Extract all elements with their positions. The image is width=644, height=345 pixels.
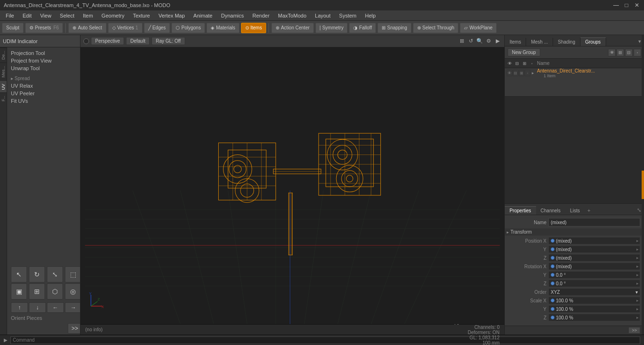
menu-texture[interactable]: Texture — [129, 12, 154, 19]
groups-icon-2[interactable]: ⊞ — [617, 49, 624, 56]
side-tab-de[interactable]: De... — [0, 47, 7, 63]
minimize-button[interactable]: — — [613, 2, 619, 9]
edges-button[interactable]: ╱ Edges — [144, 23, 170, 33]
ray-gl-button[interactable]: Ray GL: Off — [152, 37, 185, 45]
tool-unwrap[interactable]: Unwrap Tool — [7, 64, 80, 72]
command-input[interactable] — [10, 336, 640, 344]
vp-icon-1[interactable]: ⊞ — [458, 37, 465, 45]
viewport-canvas[interactable]: X Y Z — [80, 47, 504, 324]
auto-select-button[interactable]: ⊕ Auto Select — [68, 23, 106, 33]
menu-dynamics[interactable]: Dynamics — [217, 12, 248, 19]
rot-z-value[interactable]: 0.0 ° ▸ — [548, 280, 640, 287]
view-mode-button[interactable]: Perspective — [91, 37, 124, 45]
tab-channels[interactable]: Channels — [536, 207, 565, 215]
items-button[interactable]: ⊙ Items — [241, 23, 266, 33]
vp-icon-5[interactable]: ▶ — [494, 37, 501, 45]
menu-item[interactable]: Item — [79, 12, 97, 19]
arrow-up[interactable]: ↑ — [11, 302, 28, 313]
pos-y-value[interactable]: (mixed) ▸ — [548, 245, 640, 253]
group-vis-icon[interactable]: ⊞ — [519, 70, 525, 76]
arrow-left[interactable]: ← — [47, 302, 64, 313]
vertices-button[interactable]: ◇ Vertices 1 — [108, 23, 143, 33]
tool-icon-scale[interactable]: ⤡ — [47, 266, 63, 282]
tool-projection[interactable]: Projection Tool — [7, 49, 80, 57]
scale-z-value[interactable]: 100.0 % ▸ — [548, 314, 640, 321]
more-button[interactable]: >> — [68, 323, 80, 334]
tab-mesh[interactable]: Mesh ... — [526, 38, 553, 46]
tab-add[interactable]: + — [584, 206, 593, 215]
group-extra-icon[interactable]: ◦ — [525, 70, 530, 76]
menu-geometry[interactable]: Geometry — [98, 12, 128, 19]
falloff-button[interactable]: ◑ Falloff — [349, 23, 376, 33]
tool-icon-uv3[interactable]: ⬡ — [47, 283, 63, 300]
groups-icon-4[interactable]: ◦ — [634, 49, 641, 56]
menu-select[interactable]: Select — [56, 12, 78, 19]
transform-section[interactable]: ▸ Transform — [505, 228, 644, 236]
menu-layout[interactable]: Layout — [311, 12, 334, 19]
groups-icon-3[interactable]: ⊟ — [625, 49, 633, 56]
materials-button[interactable]: ◈ Materials — [206, 23, 240, 33]
tool-icon-uv1[interactable]: ▣ — [11, 283, 27, 300]
action-center-button[interactable]: ⊕ Action Center — [271, 23, 314, 33]
snapping-button[interactable]: ⊞ Snapping — [377, 23, 411, 33]
rot-y-value[interactable]: 0.0 ° ▸ — [548, 271, 640, 279]
command-arrow[interactable]: ▶ — [4, 337, 8, 343]
tool-icon-uv2[interactable]: ⊞ — [29, 283, 45, 300]
menu-render[interactable]: Render — [249, 12, 273, 19]
tool-uv-peeler[interactable]: UV Peeler — [7, 90, 80, 97]
group-row-1[interactable]: 👁 ⊟ ⊞ ◦ ▸ Antennas_Direct_Clearstr... 1 … — [505, 68, 644, 78]
menu-vertexmap[interactable]: Vertex Map — [155, 12, 189, 19]
window-controls[interactable]: — □ ✕ — [613, 2, 640, 9]
tool-uv-relax[interactable]: UV Relax — [7, 82, 80, 90]
tab-shading[interactable]: Shading — [553, 38, 581, 46]
menu-file[interactable]: File — [2, 12, 18, 19]
select-through-button[interactable]: ⊕ Select Through — [413, 23, 459, 33]
tool-fit-uvs[interactable]: Fit UVs — [7, 97, 80, 105]
tool-project-from-view[interactable]: Project from View — [7, 57, 80, 64]
shading-button[interactable]: Default — [126, 37, 150, 45]
order-value[interactable]: XYZ ▾ — [548, 288, 640, 296]
arrow-right[interactable]: → — [65, 302, 80, 313]
side-tab-mes[interactable]: Mes... — [0, 63, 7, 81]
arrow-down[interactable]: ↓ — [29, 302, 46, 313]
menu-edit[interactable]: Edit — [19, 12, 36, 19]
vp-icon-4[interactable]: ⚙ — [485, 37, 492, 45]
tab-items[interactable]: Items — [505, 38, 526, 46]
tool-icon-rotate[interactable]: ↻ — [29, 266, 45, 282]
close-button[interactable]: ✕ — [634, 2, 640, 9]
props-expand-button[interactable]: >> — [628, 327, 640, 334]
scale-y-value[interactable]: 100.0 % ▸ — [548, 305, 640, 313]
group-eye-icon[interactable]: 👁 — [507, 70, 512, 76]
menu-maxtomodod[interactable]: MaxToModo — [274, 12, 310, 19]
name-input[interactable] — [548, 218, 640, 227]
group-expand-arrow[interactable]: ▸ — [532, 71, 534, 75]
pos-x-value[interactable]: (mixed) ▸ — [548, 237, 640, 245]
scale-x-value[interactable]: 100.0 % ▸ — [548, 297, 640, 304]
maximize-button[interactable]: □ — [623, 2, 630, 9]
tool-icon-uv4[interactable]: ◎ — [65, 283, 80, 300]
group-lock-icon[interactable]: ⊟ — [513, 70, 519, 76]
menu-view[interactable]: View — [36, 12, 55, 19]
tab-lists[interactable]: Lists — [565, 207, 585, 215]
tool-icon-move[interactable]: ↖ — [11, 266, 27, 282]
tab-properties[interactable]: Properties — [505, 206, 536, 215]
presets-button[interactable]: ⚙ Presets F6 — [25, 23, 63, 33]
side-tab-f[interactable]: F... — [0, 92, 7, 104]
menu-animate[interactable]: Animate — [189, 12, 216, 19]
rot-x-value[interactable]: (mixed) ▸ — [548, 263, 640, 270]
tab-groups[interactable]: Groups — [581, 37, 606, 46]
symmetry-button[interactable]: | Symmetry — [315, 23, 348, 33]
polygons-button[interactable]: ⬡ Polygons — [171, 23, 205, 33]
tool-icon-transform[interactable]: ⬚ — [65, 266, 80, 282]
workplane-button[interactable]: ▱ WorkPlane — [460, 23, 497, 33]
new-group-button[interactable]: New Group — [508, 48, 540, 56]
menu-help[interactable]: Help — [361, 12, 380, 19]
groups-icon-1[interactable]: 👁 — [608, 49, 616, 56]
menu-system[interactable]: System — [335, 12, 360, 19]
side-tab-uv[interactable]: UV — [0, 81, 7, 93]
pos-z-value[interactable]: (mixed) ▸ — [548, 254, 640, 262]
order-row: Order XYZ ▾ — [505, 288, 644, 296]
vp-icon-2[interactable]: ↺ — [467, 37, 474, 45]
sculpt-button[interactable]: Sculpt — [2, 23, 24, 33]
vp-icon-3[interactable]: 🔍 — [476, 37, 483, 45]
